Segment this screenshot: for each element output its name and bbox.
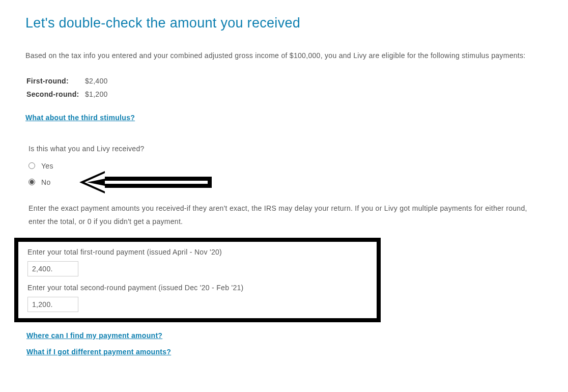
- first-round-row: First-round: $2,400: [26, 77, 543, 85]
- stimulus-rounds-table: First-round: $2,400 Second-round: $1,200: [26, 77, 543, 98]
- svg-marker-0: [79, 171, 105, 193]
- radio-no-row: No: [29, 178, 543, 186]
- instruction-text: Enter the exact payment amounts you rece…: [29, 202, 543, 229]
- find-payment-link[interactable]: Where can I find my payment amount?: [26, 331, 162, 340]
- first-payment-group: Enter your total first-round payment (is…: [27, 248, 367, 276]
- second-round-value: $1,200: [85, 90, 108, 98]
- radio-yes-label: Yes: [41, 162, 53, 170]
- arrow-icon: [79, 170, 212, 195]
- bottom-links: Where can I find my payment amount? What…: [26, 331, 543, 356]
- svg-rect-3: [105, 184, 212, 188]
- question-block: Is this what you and Livy received? Yes …: [29, 145, 543, 186]
- radio-yes-row: Yes: [29, 162, 543, 170]
- second-payment-input[interactable]: [27, 297, 78, 312]
- annotation-arrow: [79, 170, 212, 197]
- page-title: Let's double-check the amount you receiv…: [25, 15, 543, 31]
- first-round-label: First-round:: [26, 77, 85, 85]
- first-payment-label: Enter your total first-round payment (is…: [27, 248, 367, 256]
- radio-no-label: No: [41, 178, 51, 186]
- radio-yes[interactable]: [29, 162, 35, 169]
- intro-text: Based on the tax info you entered and yo…: [25, 49, 543, 63]
- second-round-row: Second-round: $1,200: [26, 90, 543, 98]
- question-text: Is this what you and Livy received?: [29, 145, 543, 153]
- third-stimulus-link[interactable]: What about the third stimulus?: [25, 114, 135, 122]
- svg-rect-2: [105, 177, 212, 181]
- payment-inputs-box: Enter your total first-round payment (is…: [14, 238, 381, 322]
- first-round-value: $2,400: [85, 77, 108, 85]
- svg-marker-1: [84, 173, 105, 191]
- second-payment-label: Enter your total second-round payment (i…: [27, 284, 367, 292]
- radio-no[interactable]: [29, 179, 35, 185]
- svg-rect-4: [208, 177, 212, 188]
- different-amounts-link[interactable]: What if I got different payment amounts?: [26, 348, 171, 356]
- second-round-label: Second-round:: [26, 90, 85, 98]
- second-payment-group: Enter your total second-round payment (i…: [27, 284, 367, 312]
- first-payment-input[interactable]: [27, 261, 78, 276]
